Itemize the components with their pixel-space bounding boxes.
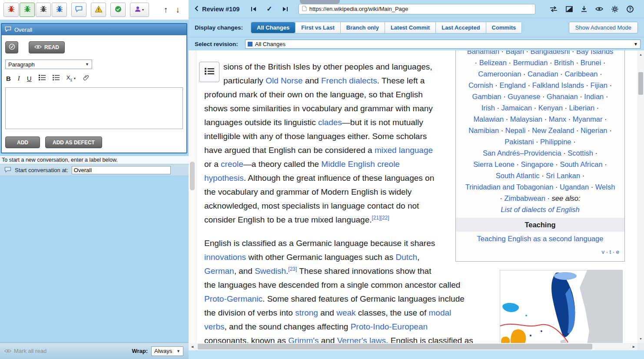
overlay-view-icon[interactable] [566, 6, 573, 12]
defect-gray-filter-button[interactable] [36, 3, 51, 17]
article-link[interactable]: clades [318, 118, 342, 127]
defect-red-filter-button[interactable] [3, 3, 19, 17]
scroll-left-button[interactable]: ◀ [189, 343, 196, 350]
dialect-link[interactable]: Bahamian [467, 50, 499, 55]
tab-first-vs-last[interactable]: First vs Last [295, 22, 340, 33]
dialect-link[interactable]: Caribbean [564, 70, 598, 78]
dialect-link[interactable]: Bay Islands [576, 50, 613, 55]
dialect-link[interactable]: San Andrés–Providencia [483, 149, 561, 157]
dialect-link[interactable]: Cornish [468, 81, 493, 89]
paragraph-style-select[interactable]: Paragraph ▼ [5, 60, 92, 69]
previous-comment-button[interactable]: ↑ [164, 6, 168, 14]
dialect-link[interactable]: Scottish [568, 149, 593, 157]
article-link[interactable]: Middle English creole [321, 160, 400, 169]
underline-button[interactable]: U [27, 75, 32, 82]
dialect-link[interactable]: Bermudian [513, 59, 548, 66]
gear-icon[interactable] [611, 6, 618, 13]
dialect-link[interactable]: Pakistani [505, 138, 534, 146]
dialect-link[interactable]: Singapore [521, 160, 554, 168]
comment-input[interactable] [5, 87, 183, 129]
defect-blue-filter-button[interactable] [52, 3, 67, 17]
article-link[interactable]: modal [428, 308, 451, 317]
last-difference-button[interactable] [282, 6, 288, 12]
dialect-link[interactable]: Belizean [479, 59, 507, 66]
overall-header[interactable]: Overall [2, 24, 186, 35]
next-comment-button[interactable]: ↓ [176, 6, 180, 14]
scrollbar-thumb[interactable] [638, 72, 643, 95]
dialect-link[interactable]: Brunei [581, 59, 601, 66]
dialect-link[interactable]: Zimbabwean [504, 194, 545, 202]
scroll-down-button[interactable]: ▼ [637, 336, 644, 342]
tab-latest-commit[interactable]: Latest Commit [385, 22, 435, 33]
scroll-right-button[interactable]: ▶ [630, 343, 637, 350]
tab-branch-only[interactable]: Branch only [340, 22, 385, 33]
scrollbar-thumb[interactable] [198, 344, 592, 349]
dialect-link[interactable]: Indian [584, 93, 604, 100]
vertical-scrollbar[interactable]: ▲ ▼ [637, 50, 644, 343]
dialect-link[interactable]: Irish [481, 104, 495, 112]
dialect-link[interactable]: Malawian [473, 115, 504, 123]
article-link[interactable]: Swedish [255, 266, 286, 276]
dialect-link[interactable]: Ghanaian [547, 93, 578, 100]
dialect-link[interactable]: Namibian [468, 126, 499, 134]
compare-arrows-icon[interactable] [550, 6, 558, 12]
dialect-link[interactable]: Philippine [540, 138, 571, 146]
article-link[interactable]: Proto-Indo-European [351, 322, 428, 331]
read-button[interactable]: READ [29, 41, 65, 53]
add-as-defect-button[interactable]: ADD AS DEFECT [45, 136, 102, 148]
article-link[interactable]: strong [295, 308, 318, 317]
dialect-link[interactable]: Bangladeshi [531, 50, 570, 55]
accept-comment-button[interactable] [5, 41, 18, 53]
defect-green-filter-button[interactable] [20, 3, 35, 17]
dialect-link[interactable]: Malaysian [510, 115, 542, 123]
dialect-link[interactable]: Welsh [595, 183, 615, 191]
article-link[interactable]: Old Norse [266, 76, 303, 85]
article-link[interactable]: French dialects [321, 76, 377, 85]
dialect-link[interactable]: Trinidadian and Tobagonian [465, 183, 554, 191]
accepted-filter-button[interactable] [110, 3, 126, 17]
article-link[interactable]: Dutch [395, 253, 417, 262]
article-link[interactable]: hypothesis [204, 173, 244, 183]
scrollbar-thumb[interactable] [190, 162, 195, 190]
dialect-link[interactable]: Bajan [506, 50, 524, 55]
dialect-link[interactable]: Cameroonian [478, 70, 521, 78]
first-difference-button[interactable] [251, 6, 257, 12]
dialect-link[interactable]: Sierra Leone [473, 160, 514, 168]
article-link[interactable]: Verner's laws [337, 336, 386, 343]
dialect-link[interactable]: Nigerian [581, 126, 607, 134]
dialect-link[interactable]: British [554, 59, 574, 66]
mark-reviewed-button[interactable]: ✓ [266, 5, 272, 13]
dialect-link[interactable]: Sri Lankan [546, 172, 580, 180]
dialect-link[interactable]: New Zealand [532, 126, 574, 134]
article-link[interactable]: [21] [372, 215, 381, 224]
subscript-button[interactable]: X1▼ [66, 74, 76, 82]
help-icon[interactable]: ? [627, 6, 634, 13]
mark-all-read-button[interactable]: Mark all read [4, 348, 46, 354]
dialect-link[interactable]: Fijian [591, 81, 607, 89]
dialect-link[interactable]: South Atlantic [496, 172, 540, 180]
article-link[interactable]: [22] [381, 215, 389, 224]
show-advanced-mode-button[interactable]: Show Advanced Mode [569, 22, 638, 33]
horizontal-scrollbar[interactable]: ◀ ▶ [189, 343, 644, 350]
dialect-link[interactable]: Ugandan [560, 183, 589, 191]
eye-icon[interactable] [595, 7, 603, 11]
bold-button[interactable]: B [6, 75, 11, 82]
dialect-link[interactable]: Myanmar [573, 115, 603, 123]
dialect-link[interactable]: List of dialects of English [501, 206, 580, 213]
attachment-button[interactable] [83, 74, 90, 83]
download-icon[interactable] [581, 6, 587, 12]
dialect-link[interactable]: Guyanese [508, 93, 540, 100]
tab-commits[interactable]: Commits [486, 22, 522, 33]
italic-button[interactable]: I [18, 75, 20, 82]
revision-select[interactable]: All Changes ▼ [245, 40, 641, 49]
start-conversation-input[interactable] [72, 166, 171, 174]
navbox-e-link[interactable]: e [616, 249, 619, 255]
left-gutter-scrollbar[interactable] [189, 50, 196, 343]
article-link[interactable]: Grimm's [288, 336, 319, 343]
numbered-list-button[interactable] [39, 74, 46, 82]
dialect-link[interactable]: South African [560, 160, 602, 168]
article-link[interactable]: weak [336, 308, 355, 317]
wrap-select[interactable]: Always ▼ [151, 346, 183, 356]
dialect-link[interactable]: Canadian [528, 70, 558, 78]
dialect-link[interactable]: Kenyan [538, 104, 563, 112]
